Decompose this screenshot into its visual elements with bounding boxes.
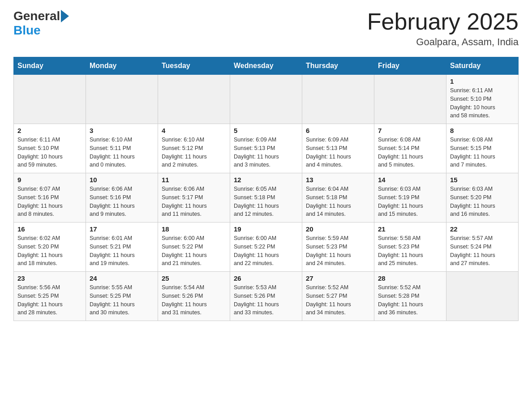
day-cell: 23Sunrise: 5:56 AM Sunset: 5:25 PM Dayli… xyxy=(14,272,86,321)
day-number: 24 xyxy=(90,274,154,282)
day-cell xyxy=(86,75,158,124)
day-cell: 1Sunrise: 6:11 AM Sunset: 5:10 PM Daylig… xyxy=(446,75,519,124)
day-info: Sunrise: 6:03 AM Sunset: 5:19 PM Dayligh… xyxy=(378,185,442,218)
day-number: 5 xyxy=(234,127,298,134)
day-info: Sunrise: 6:04 AM Sunset: 5:18 PM Dayligh… xyxy=(306,185,370,218)
day-cell: 13Sunrise: 6:04 AM Sunset: 5:18 PM Dayli… xyxy=(302,173,374,223)
day-cell: 2Sunrise: 6:11 AM Sunset: 5:10 PM Daylig… xyxy=(14,124,86,173)
day-cell: 3Sunrise: 6:10 AM Sunset: 5:11 PM Daylig… xyxy=(86,124,158,173)
header-row: SundayMondayTuesdayWednesdayThursdayFrid… xyxy=(14,57,519,75)
day-info: Sunrise: 6:11 AM Sunset: 5:10 PM Dayligh… xyxy=(450,86,515,120)
day-cell: 16Sunrise: 6:02 AM Sunset: 5:20 PM Dayli… xyxy=(14,223,86,272)
day-info: Sunrise: 5:52 AM Sunset: 5:28 PM Dayligh… xyxy=(378,283,442,317)
day-cell: 17Sunrise: 6:01 AM Sunset: 5:21 PM Dayli… xyxy=(86,223,158,272)
logo-blue-text: Blue xyxy=(13,23,69,38)
day-info: Sunrise: 6:01 AM Sunset: 5:21 PM Dayligh… xyxy=(90,234,154,268)
day-number: 23 xyxy=(17,274,82,282)
day-cell: 18Sunrise: 6:00 AM Sunset: 5:22 PM Dayli… xyxy=(158,223,230,272)
day-info: Sunrise: 6:09 AM Sunset: 5:13 PM Dayligh… xyxy=(234,136,298,169)
day-number: 2 xyxy=(17,127,82,134)
day-cell: 6Sunrise: 6:09 AM Sunset: 5:13 PM Daylig… xyxy=(302,124,374,173)
day-cell xyxy=(158,75,230,124)
day-number: 27 xyxy=(306,274,370,282)
header-cell-thursday: Thursday xyxy=(302,57,374,75)
day-info: Sunrise: 6:08 AM Sunset: 5:14 PM Dayligh… xyxy=(378,136,442,169)
day-number: 22 xyxy=(450,225,515,233)
header-cell-sunday: Sunday xyxy=(14,57,86,75)
header-cell-monday: Monday xyxy=(86,57,158,75)
calendar-subtitle: Goalpara, Assam, India xyxy=(367,36,519,48)
day-info: Sunrise: 5:52 AM Sunset: 5:27 PM Dayligh… xyxy=(306,283,370,317)
calendar-table: SundayMondayTuesdayWednesdayThursdayFrid… xyxy=(13,57,519,321)
day-cell: 4Sunrise: 6:10 AM Sunset: 5:12 PM Daylig… xyxy=(158,124,230,173)
day-info: Sunrise: 6:06 AM Sunset: 5:17 PM Dayligh… xyxy=(162,185,226,218)
day-number: 11 xyxy=(162,176,226,184)
day-number: 25 xyxy=(162,274,226,282)
day-cell: 25Sunrise: 5:54 AM Sunset: 5:26 PM Dayli… xyxy=(158,272,230,321)
day-number: 18 xyxy=(162,225,226,233)
calendar-body: 1Sunrise: 6:11 AM Sunset: 5:10 PM Daylig… xyxy=(14,75,519,321)
week-row-3: 16Sunrise: 6:02 AM Sunset: 5:20 PM Dayli… xyxy=(14,223,519,272)
day-cell: 10Sunrise: 6:06 AM Sunset: 5:16 PM Dayli… xyxy=(86,173,158,223)
day-cell xyxy=(230,75,302,124)
day-number: 20 xyxy=(306,225,370,233)
page-header: General Blue February 2025 Goalpara, Ass… xyxy=(13,9,519,48)
logo-arrow-icon xyxy=(61,10,69,22)
logo: General Blue xyxy=(13,9,69,38)
day-number: 17 xyxy=(90,225,154,233)
week-row-1: 2Sunrise: 6:11 AM Sunset: 5:10 PM Daylig… xyxy=(14,124,519,173)
day-number: 4 xyxy=(162,127,226,134)
title-section: February 2025 Goalpara, Assam, India xyxy=(367,9,519,48)
day-number: 16 xyxy=(17,225,82,233)
header-cell-tuesday: Tuesday xyxy=(158,57,230,75)
header-cell-saturday: Saturday xyxy=(446,57,519,75)
day-number: 7 xyxy=(378,127,442,134)
day-cell: 26Sunrise: 5:53 AM Sunset: 5:26 PM Dayli… xyxy=(230,272,302,321)
day-cell: 5Sunrise: 6:09 AM Sunset: 5:13 PM Daylig… xyxy=(230,124,302,173)
calendar-header: SundayMondayTuesdayWednesdayThursdayFrid… xyxy=(14,57,519,75)
day-number: 13 xyxy=(306,176,370,184)
day-info: Sunrise: 6:09 AM Sunset: 5:13 PM Dayligh… xyxy=(306,136,370,169)
calendar-title: February 2025 xyxy=(367,9,519,34)
day-cell: 21Sunrise: 5:58 AM Sunset: 5:23 PM Dayli… xyxy=(374,223,446,272)
day-info: Sunrise: 6:02 AM Sunset: 5:20 PM Dayligh… xyxy=(17,234,82,268)
day-info: Sunrise: 5:54 AM Sunset: 5:26 PM Dayligh… xyxy=(162,283,226,317)
day-number: 21 xyxy=(378,225,442,233)
day-number: 19 xyxy=(234,225,298,233)
logo-general-text: General xyxy=(13,9,60,23)
day-cell: 11Sunrise: 6:06 AM Sunset: 5:17 PM Dayli… xyxy=(158,173,230,223)
day-number: 28 xyxy=(378,274,442,282)
day-info: Sunrise: 6:10 AM Sunset: 5:12 PM Dayligh… xyxy=(162,136,226,169)
day-number: 15 xyxy=(450,176,515,184)
day-info: Sunrise: 6:10 AM Sunset: 5:11 PM Dayligh… xyxy=(90,136,154,169)
day-cell: 7Sunrise: 6:08 AM Sunset: 5:14 PM Daylig… xyxy=(374,124,446,173)
day-info: Sunrise: 6:07 AM Sunset: 5:16 PM Dayligh… xyxy=(17,185,82,218)
day-number: 26 xyxy=(234,274,298,282)
week-row-4: 23Sunrise: 5:56 AM Sunset: 5:25 PM Dayli… xyxy=(14,272,519,321)
day-cell: 14Sunrise: 6:03 AM Sunset: 5:19 PM Dayli… xyxy=(374,173,446,223)
day-cell xyxy=(446,272,519,321)
week-row-2: 9Sunrise: 6:07 AM Sunset: 5:16 PM Daylig… xyxy=(14,173,519,223)
day-info: Sunrise: 6:08 AM Sunset: 5:15 PM Dayligh… xyxy=(450,136,515,169)
day-cell: 28Sunrise: 5:52 AM Sunset: 5:28 PM Dayli… xyxy=(374,272,446,321)
day-info: Sunrise: 6:00 AM Sunset: 5:22 PM Dayligh… xyxy=(234,234,298,268)
day-number: 6 xyxy=(306,127,370,134)
day-number: 14 xyxy=(378,176,442,184)
day-number: 3 xyxy=(90,127,154,134)
day-cell: 27Sunrise: 5:52 AM Sunset: 5:27 PM Dayli… xyxy=(302,272,374,321)
day-info: Sunrise: 6:05 AM Sunset: 5:18 PM Dayligh… xyxy=(234,185,298,218)
day-info: Sunrise: 5:53 AM Sunset: 5:26 PM Dayligh… xyxy=(234,283,298,317)
day-cell xyxy=(14,75,86,124)
header-cell-wednesday: Wednesday xyxy=(230,57,302,75)
header-cell-friday: Friday xyxy=(374,57,446,75)
day-cell: 8Sunrise: 6:08 AM Sunset: 5:15 PM Daylig… xyxy=(446,124,519,173)
day-number: 8 xyxy=(450,127,515,134)
day-number: 1 xyxy=(450,77,515,85)
day-info: Sunrise: 5:56 AM Sunset: 5:25 PM Dayligh… xyxy=(17,283,82,317)
day-number: 10 xyxy=(90,176,154,184)
day-number: 9 xyxy=(17,176,82,184)
day-cell: 12Sunrise: 6:05 AM Sunset: 5:18 PM Dayli… xyxy=(230,173,302,223)
day-info: Sunrise: 6:03 AM Sunset: 5:20 PM Dayligh… xyxy=(450,185,515,218)
day-info: Sunrise: 6:11 AM Sunset: 5:10 PM Dayligh… xyxy=(17,136,82,169)
day-info: Sunrise: 5:55 AM Sunset: 5:25 PM Dayligh… xyxy=(90,283,154,317)
